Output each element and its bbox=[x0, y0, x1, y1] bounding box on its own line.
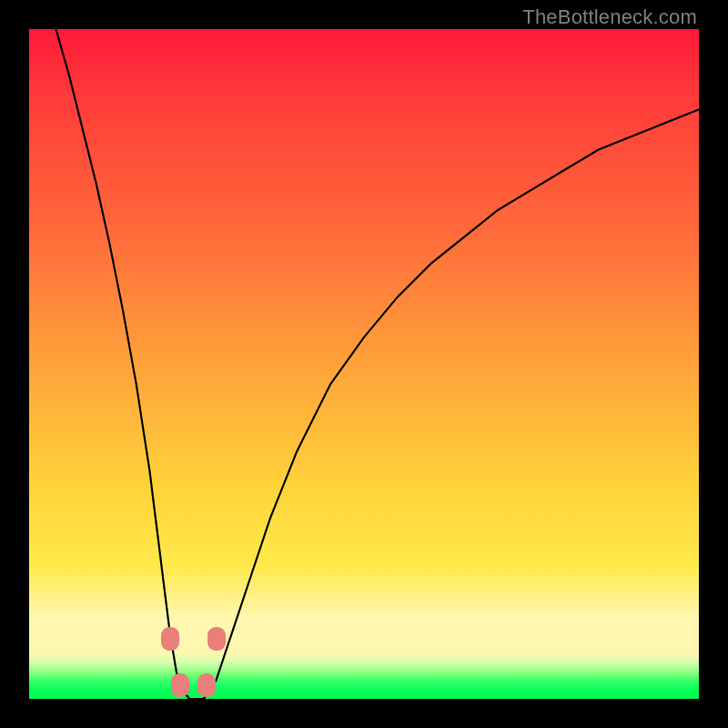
plot-area bbox=[29, 29, 699, 699]
curve-markers bbox=[29, 29, 699, 699]
marker-left-lower bbox=[171, 673, 189, 697]
watermark-text: TheBottleneck.com bbox=[522, 5, 697, 29]
marker-right-lower bbox=[197, 673, 216, 697]
marker-left-upper bbox=[161, 627, 179, 651]
marker-right-upper bbox=[207, 627, 226, 651]
chart-stage: TheBottleneck.com bbox=[0, 0, 728, 728]
